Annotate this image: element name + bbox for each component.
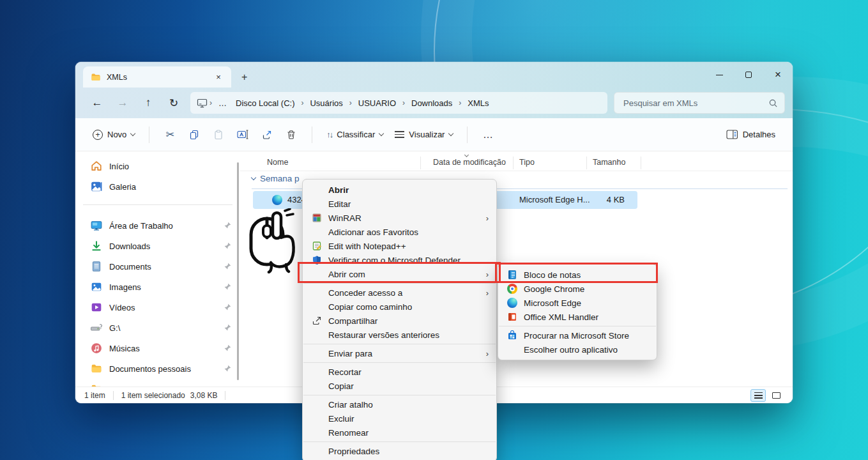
menu-item-propriedades[interactable]: Propriedades [303,444,496,458]
sidebar-item-musicas[interactable]: Músicas [75,338,240,358]
up-button[interactable]: ↑ [135,92,161,114]
menu-separator [303,283,496,284]
menu-item-editar[interactable]: Editar [303,197,496,211]
menu-item-defender[interactable]: Verificar com o Microsoft Defender... [303,253,496,267]
refresh-button[interactable]: ↻ [161,92,187,114]
view-button[interactable]: Visualizar [389,125,459,144]
pin-icon [224,344,231,352]
menu-item-conceder-acesso[interactable]: Conceder acesso a › [303,286,496,300]
details-pane-button[interactable]: Detalhes [720,125,781,144]
chevron-down-icon [379,130,384,135]
submenu-item-google-chrome[interactable]: Google Chrome [498,282,657,296]
share-button[interactable] [255,124,279,146]
sidebar-item-downloads[interactable]: Downloads [75,236,240,256]
search-input[interactable] [622,98,768,109]
back-button[interactable]: ← [84,92,110,114]
submenu-item-bloco-de-notas[interactable]: Bloco de notas [498,268,657,282]
breadcrumb-usuario[interactable]: USUARIO [354,96,400,111]
menu-item-copiar[interactable]: Copiar [303,379,496,393]
details-view-toggle[interactable] [750,389,766,402]
more-options-button[interactable]: … [476,124,500,146]
sidebar-item-area-de-trabalho[interactable]: Área de Trabalho [75,215,240,236]
menu-item-compartilhar[interactable]: Compartilhar [303,314,496,328]
menu-item-abrir-com[interactable]: Abrir com › [303,267,496,281]
tab-title: XMLs [107,73,127,82]
thumbnail-view-icon [772,392,780,399]
breadcrumb-xmls[interactable]: XMLs [463,96,493,111]
group-header[interactable]: Semana p [252,174,300,183]
menu-separator [499,326,656,326]
submenu-item-escolher-outro[interactable]: Escolher outro aplicativo [498,342,657,356]
sidebar-item-documentos-pessoais[interactable]: Documentos pessoais [75,358,240,379]
column-header-data[interactable]: Data de modificação [433,158,506,167]
sort-button[interactable]: ↑↓ Classificar [321,125,389,144]
new-tab-button[interactable]: + [241,72,247,83]
menu-item-copiar-caminho[interactable]: Copiar como caminho [303,300,496,314]
breadcrumb-overflow[interactable]: … [214,96,231,111]
sidebar-item-label: Documents [109,262,151,272]
pin-icon [224,222,231,229]
tab-strip: XMLs × + [75,62,793,88]
menu-item-abrir[interactable]: Abrir [303,183,496,197]
menu-item-winrar[interactable]: WinRAR › [303,211,496,225]
sidebar-item-g-drive[interactable]: G:\ [75,318,240,338]
document-icon [91,261,102,272]
folder-icon [91,363,102,374]
menu-separator [303,344,496,344]
submenu-item-microsoft-store[interactable]: Procurar na Microsoft Store [498,328,657,342]
sidebar-item-imagens[interactable]: Imagens [75,277,240,297]
tab-xmls[interactable]: XMLs × [83,66,231,88]
toolbar-divider [312,126,312,143]
sidebar-scrollbar[interactable] [237,162,239,380]
rename-icon [237,130,249,139]
this-pc-icon[interactable] [197,98,208,108]
defender-shield-icon [311,255,322,266]
file-size: 4 KB [579,195,625,204]
menu-separator [303,395,496,395]
forward-button[interactable]: → [110,92,135,114]
tab-close-icon[interactable]: × [212,71,225,84]
status-item-count: 1 item [84,391,105,400]
submenu-item-microsoft-edge[interactable]: Microsoft Edge [498,296,657,310]
paste-button[interactable] [206,124,231,146]
copy-button[interactable] [182,124,206,146]
menu-item-excluir[interactable]: Excluir [303,411,496,425]
sidebar-item-label: Início [109,162,129,171]
new-button[interactable]: + Novo [87,125,141,144]
column-header-nome[interactable]: Nome [267,158,288,167]
cut-button[interactable]: ✂ [158,124,182,146]
submenu-item-office-xml-handler[interactable]: Office XML Handler [498,310,657,324]
sidebar-item-galeria[interactable]: Galeria [75,176,240,197]
breadcrumb-disco-local[interactable]: Disco Local (C:) [231,96,299,111]
toolbar-divider [149,126,149,143]
minimize-button[interactable] [704,62,734,88]
navigation-bar: ← → ↑ ↻ › … Disco Local (C:) › Usuários … [75,88,793,118]
menu-item-recortar[interactable]: Recortar [303,365,496,379]
menu-item-enviar-para[interactable]: Enviar para › [303,346,496,360]
search-box[interactable] [614,92,785,114]
column-header-tamanho[interactable]: Tamanho [593,158,625,167]
thumbnail-view-toggle[interactable] [768,389,784,402]
sidebar-item-documents[interactable]: Documents [75,256,240,277]
pin-icon [224,303,231,311]
music-icon [91,342,102,354]
menu-item-criar-atalho[interactable]: Criar atalho [303,397,496,411]
rename-button[interactable] [231,124,255,146]
menu-item-adicionar-favoritos[interactable]: Adicionar aos Favoritos [303,225,496,239]
sidebar-item-clipped[interactable] [75,379,240,387]
column-header-tipo[interactable]: Tipo [519,158,535,167]
trash-icon [286,130,296,140]
breadcrumb-usuarios[interactable]: Usuários [305,96,347,111]
menu-item-restaurar-versoes[interactable]: Restaurar versões anteriores [303,328,496,342]
menu-item-renomear[interactable]: Renomear [303,425,496,440]
download-icon [91,240,102,252]
delete-button[interactable] [279,124,303,146]
sidebar-item-videos[interactable]: Vídeos [75,297,240,318]
sidebar-item-inicio[interactable]: Início [75,156,240,176]
maximize-button[interactable] [734,62,763,88]
submenu-arrow-icon: › [486,270,489,279]
toolbar-divider [467,126,468,143]
close-button[interactable]: × [763,62,793,88]
breadcrumb-downloads[interactable]: Downloads [407,96,457,111]
menu-item-edit-notepadpp[interactable]: Edit with Notepad++ [303,239,496,253]
